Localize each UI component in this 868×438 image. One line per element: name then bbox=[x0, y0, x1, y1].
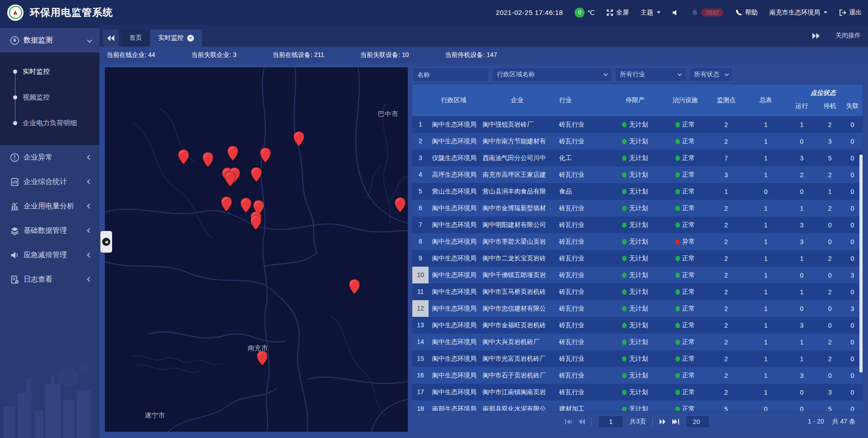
table-row[interactable]: 12 阆中生态环境局 阆中市忠信建材有限公 砖瓦行业 无计划 正常 2 1 0 … bbox=[412, 300, 863, 317]
sidebar-item-数据监测[interactable]: 数据监测 bbox=[0, 28, 99, 52]
sidebar-item-企业异常[interactable]: 企业异常 bbox=[0, 145, 99, 170]
logout-icon bbox=[839, 9, 846, 16]
first-page-button[interactable] bbox=[565, 419, 572, 424]
status-filter-select[interactable]: 所有状态 bbox=[689, 67, 733, 82]
map-pin-icon[interactable] bbox=[260, 148, 271, 162]
map-pin-icon[interactable] bbox=[222, 197, 232, 211]
notifications-button[interactable]: 2632 bbox=[691, 9, 723, 16]
cell-production: 无计划 bbox=[607, 305, 663, 313]
map-pin-icon[interactable] bbox=[251, 167, 262, 182]
page-number-input[interactable] bbox=[598, 415, 623, 428]
sidebar-menu: 数据监测 实时监控 视频监控 企业电力负荷明细 企业异常 企业综合统计 企业用电… bbox=[0, 28, 99, 292]
map-panel[interactable]: 巴中市南充市遂宁市 ◀ bbox=[105, 67, 408, 432]
map-pin-icon[interactable] bbox=[294, 132, 304, 146]
table-row[interactable]: 4 高坪生态环境局 南充市高坪区王家店建 砖瓦行业 无计划 正常 3 1 2 2… bbox=[412, 166, 863, 183]
sidebar-item-企业用电量分析[interactable]: 企业用电量分析 bbox=[0, 194, 99, 218]
cell-industry: 砖瓦行业 bbox=[556, 372, 607, 380]
industry-filter-select[interactable]: 所有行业 bbox=[615, 67, 686, 82]
table-row[interactable]: 9 阆中生态环境局 阆中市二龙长宝页岩砖 砖瓦行业 无计划 正常 2 1 1 2… bbox=[412, 250, 863, 267]
table-row[interactable]: 11 阆中生态环境局 阆中市五马桥页岩机砖 砖瓦行业 无计划 正常 2 1 1 … bbox=[412, 283, 863, 300]
fullscreen-label: 全屏 bbox=[616, 9, 629, 17]
sidebar-item-企业综合统计[interactable]: 企业综合统计 bbox=[0, 170, 99, 194]
prev-page-button[interactable] bbox=[578, 419, 585, 424]
col-treatment: 治污设施 bbox=[664, 85, 707, 116]
table-row[interactable]: 3 仪陇生态环境局 西南油气田分公司川中 化工 无计划 正常 7 1 3 5 0 bbox=[412, 150, 863, 166]
region-filter-select[interactable]: 行政区域名称 bbox=[492, 67, 612, 82]
theme-dropdown[interactable]: 主题 bbox=[641, 9, 660, 17]
table-row[interactable]: 1 阆中生态环境局 阆中强锐页岩砖厂 砖瓦行业 无计划 正常 2 1 1 2 0 bbox=[412, 116, 863, 133]
mute-button[interactable] bbox=[672, 9, 679, 16]
cell-monitor: 2 bbox=[707, 205, 745, 212]
bell-icon bbox=[691, 9, 698, 16]
map-pin-icon[interactable] bbox=[225, 172, 235, 186]
sidebar-subitem-视频监控[interactable]: 视频监控 bbox=[0, 85, 99, 110]
help-button[interactable]: 帮助 bbox=[735, 9, 758, 17]
org-dropdown[interactable]: 南充市生态环境局 bbox=[769, 9, 827, 17]
tabs-scroll-left-button[interactable] bbox=[103, 29, 118, 47]
map-pin-icon[interactable] bbox=[241, 198, 251, 212]
cell-industry: 砖瓦行业 bbox=[556, 171, 607, 179]
cell-monitor: 2 bbox=[707, 339, 745, 346]
page-size-value: 20 bbox=[693, 418, 700, 425]
cell-industry: 砖瓦行业 bbox=[556, 221, 607, 229]
table-row[interactable]: 16 阆中生态环境局 阆中市石子页岩机砖厂 砖瓦行业 无计划 正常 2 1 3 … bbox=[412, 367, 863, 384]
sidebar-subitem-label: 企业电力负荷明细 bbox=[23, 119, 77, 127]
double-left-arrow-icon bbox=[107, 35, 115, 41]
table-row[interactable]: 7 阆中生态环境局 阆中明阳建材有限公司 砖瓦行业 无计划 正常 2 1 3 0… bbox=[412, 217, 863, 233]
next-page-button[interactable] bbox=[659, 419, 666, 424]
row-number: 2 bbox=[412, 133, 429, 150]
map-pin-icon[interactable] bbox=[250, 215, 261, 230]
cell-industry: 砖瓦行业 bbox=[556, 338, 607, 346]
map-pin-icon[interactable] bbox=[349, 279, 360, 294]
sidebar-item-基础数据管理[interactable]: 基础数据管理 bbox=[0, 218, 99, 243]
map-collapse-button[interactable]: ◀ bbox=[100, 231, 112, 253]
table-row[interactable]: 6 阆中生态环境局 阆中市金博瑞新型墙材 砖瓦行业 无计划 正常 2 1 1 2… bbox=[412, 200, 863, 217]
map-pin-icon[interactable] bbox=[203, 152, 213, 167]
tab-realtime-monitor[interactable]: 实时监控 ✕ bbox=[150, 29, 202, 47]
map-pin-icon[interactable] bbox=[228, 146, 238, 160]
table-row[interactable]: 15 阆中生态环境局 阆中市光富页岩机砖厂 砖瓦行业 无计划 正常 2 1 1 … bbox=[412, 350, 863, 367]
sidebar-subitem-实时监控[interactable]: 实时监控 bbox=[0, 59, 99, 85]
fullscreen-button[interactable]: 全屏 bbox=[606, 9, 629, 17]
cell-meter: 1 bbox=[745, 121, 786, 128]
row-number: 3 bbox=[412, 150, 429, 166]
header-datetime: 2021-02-25 17:46:18 bbox=[496, 9, 563, 16]
tab-home[interactable]: 首页 bbox=[121, 29, 150, 47]
tab-close-icon[interactable]: ✕ bbox=[187, 35, 194, 42]
close-operations-button[interactable]: 关闭操作 bbox=[835, 32, 861, 40]
table-row[interactable]: 17 阆中生态环境局 阆中市江南镇阆南页岩 砖瓦行业 无计划 正常 2 1 0 … bbox=[412, 384, 863, 400]
cell-meter: 1 bbox=[745, 155, 786, 162]
bar-chart-icon bbox=[10, 202, 19, 211]
map-pin-icon[interactable] bbox=[179, 150, 189, 164]
speaker-icon bbox=[672, 9, 679, 16]
table-row[interactable]: 13 阆中生态环境局 阆中市金福旺页岩机砖 砖瓦行业 无计划 正常 2 1 3 … bbox=[412, 317, 863, 334]
table-row[interactable]: 8 阆中生态环境局 阆中市枣碧大梁山页岩 砖瓦行业 无计划 异常 2 1 3 0… bbox=[412, 233, 863, 250]
cell-region: 阆中生态环境局 bbox=[429, 204, 479, 212]
logout-button[interactable]: 退出 bbox=[839, 9, 862, 17]
page-size-select[interactable]: 20 bbox=[685, 415, 710, 428]
sidebar-item-日志查看[interactable]: 日志查看 bbox=[0, 267, 99, 292]
row-number: 9 bbox=[412, 250, 429, 267]
cell-treatment: 正常 bbox=[664, 388, 707, 396]
sidebar-item-应急减排管理[interactable]: 应急减排管理 bbox=[0, 243, 99, 267]
cell-treatment: 正常 bbox=[664, 355, 707, 363]
row-number: 16 bbox=[412, 367, 429, 384]
table-row[interactable]: 5 营山生态环境局 营山县润丰肉食品有限 食品 无计划 正常 1 0 0 1 0 bbox=[412, 183, 863, 200]
map-pin-icon[interactable] bbox=[257, 351, 267, 365]
table-row[interactable]: 10 阆中生态环境局 阆中千佛镇五郎垭页岩 砖瓦行业 无计划 正常 2 1 0 … bbox=[412, 267, 863, 283]
table-scrollbar-thumb[interactable] bbox=[859, 155, 863, 372]
status-dot-icon bbox=[675, 206, 680, 211]
sidebar-subitem-企业电力负荷明细[interactable]: 企业电力负荷明细 bbox=[0, 110, 99, 136]
cell-stop: 0 bbox=[817, 221, 842, 229]
table-row[interactable]: 18 南部生态环境局 南部县双化水泥有限公 建材加工 无计划 正常 5 0 0 … bbox=[412, 400, 863, 411]
cell-stop: 0 bbox=[817, 322, 842, 329]
last-page-button[interactable] bbox=[672, 419, 679, 424]
row-number: 11 bbox=[412, 283, 429, 300]
cell-monitor: 2 bbox=[707, 221, 745, 229]
name-filter-input[interactable] bbox=[412, 67, 489, 82]
tabs-scroll-right-button[interactable] bbox=[812, 33, 820, 39]
map-pin-icon[interactable] bbox=[395, 198, 406, 212]
app-title: 环保用电监管系统 bbox=[30, 6, 113, 19]
table-row[interactable]: 14 阆中生态环境局 阆中大兴页岩机砖厂 砖瓦行业 无计划 正常 2 1 1 2… bbox=[412, 334, 863, 350]
table-row[interactable]: 2 阆中生态环境局 阆中市南方节能建材有 砖瓦行业 无计划 正常 2 1 0 3… bbox=[412, 133, 863, 150]
